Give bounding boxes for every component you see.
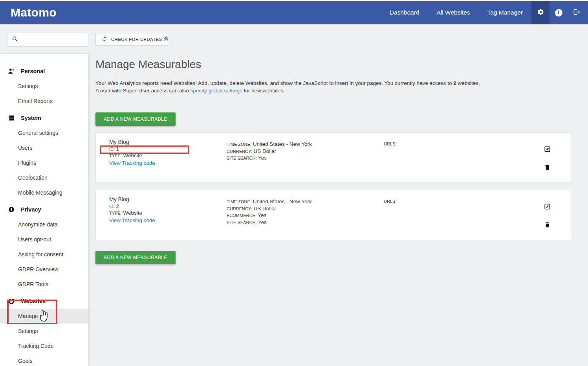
intro-line2-tail: for new websites. [242, 88, 285, 94]
detail-row: ECOMMERCE: Yes [227, 212, 312, 219]
trash-icon [544, 223, 551, 229]
check-for-updates-button[interactable]: CHECK FOR UPDATES [95, 33, 168, 46]
search-icon [12, 36, 18, 44]
edit-icon [544, 147, 551, 154]
sidebar-item-asking-for-consent[interactable]: Asking for consent [0, 247, 88, 262]
detail-row: TIME ZONE: United States - New York [227, 141, 312, 148]
site-type-value: Website [123, 153, 143, 158]
website-count: 2 [453, 80, 456, 86]
site-card-2: My Blog ID: 2 TYPE: Website View Trackin… [95, 190, 572, 240]
detail-label: SITE SEARCH: [227, 220, 256, 225]
site-type-label: TYPE: [109, 153, 122, 158]
detail-row: SITE SEARCH: Yes [227, 219, 312, 226]
admin-gear-button[interactable] [531, 1, 550, 24]
site-type-label: TYPE: [109, 211, 122, 215]
sidebar-item-personal-settings[interactable]: Settings [0, 79, 88, 94]
top-nav: Dashboard All Websites Tag Manager i [381, 1, 588, 24]
detail-value: US Dollar [254, 206, 277, 212]
detail-label: CURRENCY: [227, 206, 252, 211]
detail-label: CURRENCY: [227, 149, 252, 154]
delete-site-button[interactable] [544, 221, 551, 228]
user-icon [7, 68, 15, 75]
detail-row: CURRENCY: US Dollar [227, 148, 312, 155]
sidebar-item-websites-settings[interactable]: Settings [0, 324, 88, 338]
detail-value: Yes [258, 212, 266, 218]
site-info-block: My Blog ID: 2 TYPE: Website View Trackin… [109, 196, 155, 223]
detail-value: US Dollar [254, 148, 277, 154]
trash-icon [544, 165, 551, 172]
site-id-label: ID: [109, 147, 115, 151]
site-type-value: Website [123, 210, 143, 216]
detail-label: TIME ZONE: [227, 142, 251, 147]
site-id-row: ID: 2 [109, 203, 155, 210]
detail-value: United States - New York [253, 141, 312, 147]
detail-value: Yes [258, 219, 267, 225]
sidebar-section-label: System [21, 115, 41, 121]
detail-label: ECOMMERCE: [227, 213, 256, 218]
edit-site-button[interactable] [544, 203, 551, 210]
help-button[interactable]: i [550, 1, 568, 24]
logout-button[interactable] [568, 1, 586, 24]
detail-value: Yes [258, 155, 267, 161]
nav-dashboard[interactable]: Dashboard [381, 1, 428, 24]
intro-line-2: A user with Super User access can also s… [95, 87, 480, 95]
urls-label: URLS: [384, 142, 396, 146]
collapse-menu-button[interactable] [161, 35, 171, 44]
detail-row: SITE SEARCH: Yes [227, 154, 312, 162]
sidebar-section-system: System [0, 110, 88, 125]
specify-global-settings-link[interactable]: specify global settings [191, 88, 242, 94]
sidebar-item-general-settings[interactable]: General settings [0, 125, 88, 140]
sidebar-item-gdpr-tools[interactable]: GDPR Tools [0, 277, 88, 292]
site-id-value: 1 [116, 146, 119, 152]
delete-site-button[interactable] [544, 164, 551, 171]
intro-line-1: Your Web Analytics reports need Websites… [95, 80, 480, 87]
detail-label: SITE SEARCH: [227, 156, 256, 160]
site-card-1: My Blog ID: 1 TYPE: Website View Trackin… [95, 132, 572, 183]
sidebar-search[interactable] [7, 33, 88, 47]
view-tracking-code-link[interactable]: View Tracking code [109, 160, 155, 166]
sidebar-item-manage[interactable]: Manage [0, 309, 88, 324]
sidebar-section-websites: Websites [0, 294, 88, 309]
sidebar-section-label: Websites [21, 298, 46, 304]
chevron-double-up-icon [163, 35, 169, 43]
urls-label: URLS: [384, 199, 396, 204]
sidebar-item-email-reports[interactable]: Email Reports [0, 94, 88, 109]
add-measurable-button-top[interactable]: ADD A NEW MEASURABLE [95, 112, 176, 126]
sidebar-section-label: Privacy [21, 206, 41, 213]
site-details-block: TIME ZONE: United States - New York CURR… [227, 141, 312, 162]
sidebar-item-users-opt-out[interactable]: Users opt-out [0, 232, 88, 247]
detail-row: TIME ZONE: United States - New York [227, 198, 312, 205]
sidebar-item-goals[interactable]: Goals [0, 353, 88, 366]
intro-line1-tail: websites. [456, 80, 480, 86]
site-id-row: ID: 1 [109, 145, 155, 152]
sidebar-item-tracking-code[interactable]: Tracking Code [0, 338, 88, 353]
sidebar-item-plugins[interactable]: Plugins [0, 155, 88, 170]
sidebar-item-users[interactable]: Users [0, 140, 88, 155]
signout-icon [573, 8, 581, 17]
sidebar-section-personal: Personal [0, 64, 88, 79]
sidebar-item-geolocation[interactable]: Geolocation [0, 170, 88, 185]
sidebar-item-gdpr-overview[interactable]: GDPR Overview [0, 262, 88, 277]
add-measurable-button-bottom[interactable]: ADD A NEW MEASURABLE [95, 251, 176, 264]
detail-label: TIME ZONE: [227, 199, 251, 204]
detail-value: United States - New York [253, 199, 312, 204]
view-tracking-code-link[interactable]: View Tracking code [109, 217, 155, 223]
sidebar-item-mobile-messaging[interactable]: Mobile Messaging [0, 185, 88, 200]
site-name: My Blog [109, 138, 155, 145]
search-input[interactable] [18, 37, 93, 43]
edit-site-button[interactable] [544, 146, 551, 153]
top-header: Matomo Dashboard All Websites Tag Manage… [0, 1, 588, 24]
sidebar-section-label: Personal [21, 68, 45, 74]
gear-icon [537, 8, 544, 17]
site-id-value: 2 [116, 203, 119, 209]
admin-sidebar: Personal Settings Email Reports System G… [0, 54, 88, 366]
site-name: My Blog [109, 196, 155, 203]
nav-all-websites[interactable]: All Websites [428, 1, 479, 24]
site-type-row: TYPE: Website [109, 152, 155, 159]
site-id-label: ID: [109, 204, 115, 209]
site-type-row: TYPE: Website [109, 210, 155, 216]
site-details-block: TIME ZONE: United States - New York CURR… [227, 198, 312, 226]
sidebar-item-anonymize-data[interactable]: Anonymize data [0, 217, 88, 232]
nav-tag-manager[interactable]: Tag Manager [479, 1, 531, 24]
intro-line2-text: A user with Super User access can also [95, 88, 191, 94]
